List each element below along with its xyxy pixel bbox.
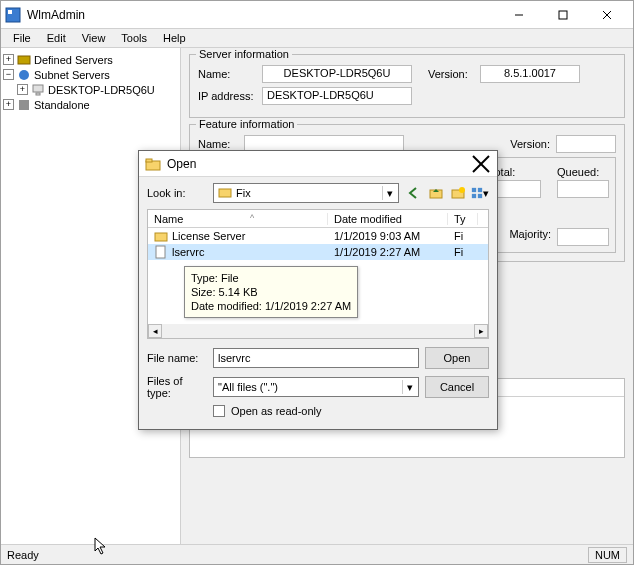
- svg-rect-22: [478, 194, 482, 198]
- file-list[interactable]: Name^ Date modified Ty License Server 1/…: [147, 209, 489, 339]
- svg-rect-20: [478, 188, 482, 192]
- svg-rect-24: [156, 246, 165, 258]
- open-dialog-icon: [145, 156, 161, 172]
- server-name-field: DESKTOP-LDR5Q6U: [262, 65, 412, 83]
- file-row[interactable]: License Server 1/1/2019 9:03 AM Fi: [148, 228, 488, 244]
- file-type: Fi: [448, 230, 478, 242]
- queued-label: Queued:: [557, 166, 609, 178]
- computer-icon: [31, 83, 45, 97]
- tooltip-type: Type: File: [191, 271, 351, 285]
- majority-field: [557, 228, 609, 246]
- expand-icon[interactable]: +: [3, 99, 14, 110]
- status-ready: Ready: [7, 549, 39, 561]
- files-of-type-value: "All files ("."): [218, 381, 278, 393]
- svg-rect-6: [18, 56, 30, 64]
- folder-icon: [154, 229, 168, 243]
- server-ip-field: DESKTOP-LDR5Q6U: [262, 87, 412, 105]
- svg-point-7: [19, 70, 29, 80]
- tree-subnet-servers[interactable]: Subnet Servers: [34, 69, 110, 81]
- look-in-value: Fix: [236, 187, 251, 199]
- file-type: Fi: [448, 246, 478, 258]
- menu-file[interactable]: File: [5, 32, 39, 44]
- feature-version-field[interactable]: [556, 135, 616, 153]
- svg-rect-3: [559, 11, 567, 19]
- read-only-checkbox[interactable]: [213, 405, 225, 417]
- server-info-legend: Server information: [196, 48, 292, 60]
- menu-edit[interactable]: Edit: [39, 32, 74, 44]
- file-name: lservrc: [172, 246, 204, 258]
- expand-icon[interactable]: +: [17, 84, 28, 95]
- nav-back-icon[interactable]: [405, 184, 423, 202]
- standalone-icon: [17, 98, 31, 112]
- maximize-button[interactable]: [541, 1, 585, 29]
- tree-standalone[interactable]: Standalone: [34, 99, 90, 111]
- file-name: License Server: [172, 230, 245, 242]
- look-in-combo[interactable]: Fix ▾: [213, 183, 399, 203]
- file-name-input[interactable]: [213, 348, 419, 368]
- svg-rect-10: [19, 100, 29, 110]
- feature-info-legend: Feature information: [196, 118, 297, 130]
- svg-rect-9: [36, 93, 40, 95]
- horizontal-scrollbar[interactable]: ◂ ▸: [148, 324, 488, 338]
- close-button[interactable]: [585, 1, 629, 29]
- server-name-label: Name:: [198, 68, 256, 80]
- col-date-header[interactable]: Date modified: [328, 213, 448, 225]
- server-version-label: Version:: [428, 68, 474, 80]
- nav-up-icon[interactable]: [427, 184, 445, 202]
- svg-rect-23: [155, 233, 167, 241]
- queued-field: [557, 180, 609, 198]
- svg-rect-1: [8, 10, 12, 14]
- menubar: File Edit View Tools Help: [1, 29, 633, 48]
- file-icon: [154, 245, 168, 259]
- minimize-button[interactable]: [497, 1, 541, 29]
- collapse-icon[interactable]: −: [3, 69, 14, 80]
- svg-rect-12: [146, 159, 152, 162]
- tree-defined-servers[interactable]: Defined Servers: [34, 54, 113, 66]
- cancel-button[interactable]: Cancel: [425, 376, 489, 398]
- menu-tools[interactable]: Tools: [113, 32, 155, 44]
- feature-version-label: Version:: [510, 138, 550, 150]
- sort-indicator-icon: ^: [250, 213, 254, 225]
- defined-servers-icon: [17, 53, 31, 67]
- tooltip-size: Size: 5.14 KB: [191, 285, 351, 299]
- files-of-type-combo[interactable]: "All files (".") ▾: [213, 377, 419, 397]
- file-tooltip: Type: File Size: 5.14 KB Date modified: …: [184, 266, 358, 318]
- svg-rect-8: [33, 85, 43, 92]
- scroll-left-icon[interactable]: ◂: [148, 324, 162, 338]
- svg-rect-19: [472, 188, 476, 192]
- chevron-down-icon[interactable]: ▾: [382, 186, 396, 200]
- tree-desktop[interactable]: DESKTOP-LDR5Q6U: [48, 84, 155, 96]
- majority-label: Majority:: [509, 228, 551, 246]
- open-dialog: Open Look in: Fix ▾ ▾ Name^ Date modifie…: [138, 150, 498, 430]
- dialog-close-button[interactable]: [471, 154, 491, 174]
- file-date: 1/1/2019 9:03 AM: [328, 230, 448, 242]
- server-info-group: Server information Name: DESKTOP-LDR5Q6U…: [189, 54, 625, 118]
- col-name-header[interactable]: Name^: [148, 213, 328, 225]
- subnet-servers-icon: [17, 68, 31, 82]
- server-ip-label: IP address:: [198, 90, 256, 102]
- read-only-label: Open as read-only: [231, 405, 322, 417]
- expand-icon[interactable]: +: [3, 54, 14, 65]
- open-button[interactable]: Open: [425, 347, 489, 369]
- col-type-header[interactable]: Ty: [448, 213, 478, 225]
- svg-rect-21: [472, 194, 476, 198]
- menu-view[interactable]: View: [74, 32, 114, 44]
- nav-new-folder-icon[interactable]: [449, 184, 467, 202]
- file-row[interactable]: lservrc 1/1/2019 2:27 AM Fi: [148, 244, 488, 260]
- app-icon: [5, 7, 21, 23]
- server-version-field: 8.5.1.0017: [480, 65, 580, 83]
- menu-help[interactable]: Help: [155, 32, 194, 44]
- status-bar: Ready NUM: [1, 544, 633, 564]
- files-of-type-label: Files of type:: [147, 375, 207, 399]
- chevron-down-icon[interactable]: ▾: [402, 380, 416, 394]
- file-name-label: File name:: [147, 352, 207, 364]
- folder-icon: [218, 185, 232, 201]
- svg-rect-15: [219, 189, 231, 197]
- feature-name-label: Name:: [198, 138, 238, 150]
- look-in-label: Look in:: [147, 187, 207, 199]
- svg-point-18: [459, 187, 465, 193]
- nav-view-icon[interactable]: ▾: [471, 184, 489, 202]
- file-date: 1/1/2019 2:27 AM: [328, 246, 448, 258]
- open-dialog-title: Open: [167, 157, 471, 171]
- scroll-right-icon[interactable]: ▸: [474, 324, 488, 338]
